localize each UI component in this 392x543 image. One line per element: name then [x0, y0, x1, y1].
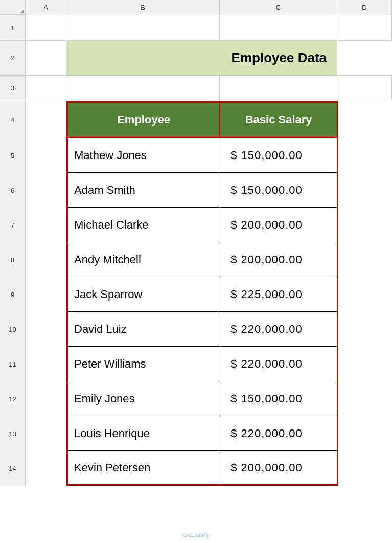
- table-header-container: Employee Basic Salary: [66, 101, 338, 138]
- cell-b1[interactable]: [66, 15, 220, 40]
- salary-cell[interactable]: $ 200,000.00: [220, 242, 337, 277]
- data-rows: 5Mathew Jones$ 150,000.006Adam Smith$ 15…: [0, 138, 392, 486]
- table-row: Andy Mitchell$ 200,000.00: [66, 242, 338, 277]
- salary-cell[interactable]: $ 220,000.00: [220, 347, 337, 381]
- cell-a2[interactable]: [26, 41, 66, 75]
- header-salary: Basic Salary: [220, 103, 337, 137]
- col-header-d: D: [337, 0, 392, 15]
- row-12: 12Emily Jones$ 150,000.00: [0, 381, 392, 416]
- spreadsheet: A B C D 1 2 Employee Data 3 4 Employee: [0, 0, 392, 543]
- row-num-4: 4: [0, 101, 26, 138]
- cell-a12[interactable]: [26, 381, 66, 416]
- cell-a3[interactable]: [26, 76, 66, 101]
- row-4: 4 Employee Basic Salary: [0, 101, 392, 138]
- watermark: exceldemy: [182, 532, 210, 538]
- table-row: David Luiz$ 220,000.00: [66, 312, 338, 347]
- salary-cell[interactable]: $ 220,000.00: [220, 312, 337, 346]
- row-6: 6Adam Smith$ 150,000.00: [0, 173, 392, 208]
- row-num-7: 7: [0, 208, 26, 242]
- row-num-10: 10: [0, 312, 26, 347]
- row-num-3: 3: [0, 76, 26, 101]
- col-header-b: B: [66, 0, 220, 15]
- row-10: 10David Luiz$ 220,000.00: [0, 312, 392, 347]
- cell-a11[interactable]: [26, 347, 66, 381]
- table-row: Adam Smith$ 150,000.00: [66, 173, 338, 208]
- row-num-12: 12: [0, 381, 26, 416]
- table-row: Emily Jones$ 150,000.00: [66, 381, 338, 416]
- row-num-9: 9: [0, 277, 26, 312]
- row-num-1: 1: [0, 15, 26, 40]
- cell-d3[interactable]: [337, 76, 392, 101]
- cell-c1[interactable]: [220, 15, 337, 40]
- cell-a5[interactable]: [26, 138, 66, 173]
- row-num-2: 2: [0, 41, 26, 75]
- row-13: 13Louis Henrique$ 220,000.00: [0, 416, 392, 451]
- row-9: 9Jack Sparrow$ 225,000.00: [0, 277, 392, 312]
- employee-name-cell[interactable]: Mathew Jones: [68, 138, 220, 172]
- corner-cell: [0, 0, 26, 15]
- row-2: 2 Employee Data: [0, 41, 392, 76]
- salary-cell[interactable]: $ 200,000.00: [220, 451, 337, 484]
- table-row: Kevin Petersen$ 200,000.00: [66, 451, 338, 486]
- cell-a14[interactable]: [26, 451, 66, 486]
- row-8: 8Andy Mitchell$ 200,000.00: [0, 242, 392, 277]
- salary-cell[interactable]: $ 220,000.00: [220, 416, 337, 450]
- table-row: Jack Sparrow$ 225,000.00: [66, 277, 338, 312]
- employee-name-cell[interactable]: Jack Sparrow: [68, 277, 220, 311]
- cell-a6[interactable]: [26, 173, 66, 208]
- cell-a8[interactable]: [26, 242, 66, 277]
- row-11: 11Peter Williams$ 220,000.00: [0, 347, 392, 381]
- employee-name-cell[interactable]: Kevin Petersen: [68, 451, 220, 484]
- employee-name-cell[interactable]: Michael Clarke: [68, 208, 220, 242]
- row-num-6: 6: [0, 173, 26, 208]
- cell-d1[interactable]: [337, 15, 392, 40]
- spreadsheet-title: Employee Data: [232, 50, 327, 66]
- salary-cell[interactable]: $ 150,000.00: [220, 138, 337, 172]
- column-header-row: A B C D: [0, 0, 392, 15]
- cell-a7[interactable]: [26, 208, 66, 242]
- employee-name-cell[interactable]: Peter Williams: [68, 347, 220, 381]
- row-num-11: 11: [0, 347, 26, 381]
- employee-name-cell[interactable]: Emily Jones: [68, 381, 220, 416]
- table-row: Mathew Jones$ 150,000.00: [66, 138, 338, 173]
- row-num-14: 14: [0, 451, 26, 486]
- col-header-c: C: [220, 0, 337, 15]
- row-num-8: 8: [0, 242, 26, 277]
- row-14: 14Kevin Petersen$ 200,000.00: [0, 451, 392, 486]
- employee-name-cell[interactable]: David Luiz: [68, 312, 220, 346]
- cell-a10[interactable]: [26, 312, 66, 347]
- employee-name-cell[interactable]: Louis Henrique: [68, 416, 220, 450]
- cell-b3[interactable]: [66, 76, 220, 101]
- row-5: 5Mathew Jones$ 150,000.00: [0, 138, 392, 173]
- cell-a1[interactable]: [26, 15, 66, 40]
- row-3: 3: [0, 76, 392, 101]
- row-num-13: 13: [0, 416, 26, 451]
- row-num-5: 5: [0, 138, 26, 173]
- employee-name-cell[interactable]: Adam Smith: [68, 173, 220, 207]
- table-row: Peter Williams$ 220,000.00: [66, 347, 338, 381]
- cell-a13[interactable]: [26, 416, 66, 451]
- salary-cell[interactable]: $ 150,000.00: [220, 381, 337, 416]
- salary-cell[interactable]: $ 225,000.00: [220, 277, 337, 311]
- cell-c3[interactable]: [220, 76, 337, 101]
- table-row: Louis Henrique$ 220,000.00: [66, 416, 338, 451]
- salary-cell[interactable]: $ 200,000.00: [220, 208, 337, 242]
- title-banner: Employee Data: [66, 41, 337, 75]
- salary-cell[interactable]: $ 150,000.00: [220, 173, 337, 207]
- cell-a4[interactable]: [26, 101, 66, 138]
- row-7: 7Michael Clarke$ 200,000.00: [0, 208, 392, 242]
- employee-name-cell[interactable]: Andy Mitchell: [68, 242, 220, 277]
- table-row: Michael Clarke$ 200,000.00: [66, 208, 338, 242]
- row-1: 1: [0, 15, 392, 41]
- cell-a9[interactable]: [26, 277, 66, 312]
- header-employee: Employee: [68, 103, 220, 137]
- col-header-a: A: [26, 0, 66, 15]
